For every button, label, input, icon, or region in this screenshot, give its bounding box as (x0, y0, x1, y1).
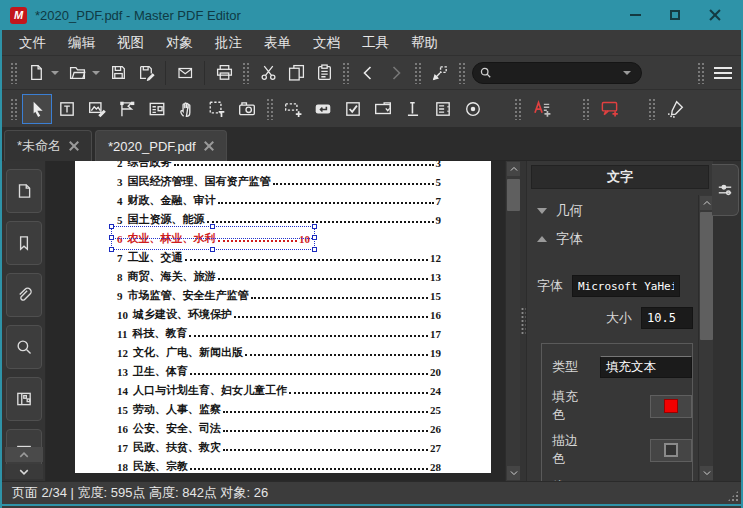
maximize-button[interactable] (655, 1, 695, 29)
open-document-dropdown[interactable] (92, 71, 100, 75)
tab-close-icon[interactable] (69, 141, 79, 151)
selection-handle[interactable] (109, 247, 114, 252)
checkbox-field-button[interactable] (338, 94, 368, 124)
toc-row[interactable]: 5 国土资源、能源 9 (117, 210, 441, 229)
select-tool-button[interactable] (22, 94, 52, 124)
minimize-button[interactable] (615, 1, 655, 29)
text-cursor-tool-button[interactable] (398, 94, 428, 124)
bookmarks-panel-button[interactable] (6, 221, 42, 265)
search-box[interactable] (472, 62, 642, 84)
toolbar-grip[interactable] (697, 62, 705, 84)
search-input[interactable] (492, 66, 622, 80)
listbox-field-button[interactable] (428, 94, 458, 124)
hand-tool-button[interactable] (172, 94, 202, 124)
menu-item[interactable]: 文件 (8, 31, 57, 55)
toolbar-grip[interactable] (10, 98, 18, 120)
fill-type-select[interactable]: 填充文本 (600, 356, 692, 378)
document-viewport[interactable]: 2 综合政务 3 (46, 161, 505, 481)
new-document-dropdown[interactable] (51, 71, 59, 75)
selection-handle[interactable] (312, 235, 317, 240)
cut-button[interactable] (254, 60, 282, 86)
edit-path-tool-button[interactable] (112, 94, 142, 124)
toolbar-grip[interactable] (458, 62, 466, 84)
toc-row[interactable]: 13 卫生、体育 20 (117, 362, 441, 381)
toc-row[interactable]: 9 市场监管、安全生产监管 15 (117, 286, 441, 305)
search-panel-button[interactable] (6, 325, 42, 369)
toc-row[interactable]: 18 民族、宗教 28 (117, 457, 441, 473)
paste-button[interactable] (310, 60, 338, 86)
tab-close-icon[interactable] (204, 141, 214, 151)
toc-row[interactable]: 11 科技、教育 17 (117, 324, 441, 343)
toc-row[interactable]: 3 国民经济管理、国有资产监管 5 (117, 172, 441, 191)
toc-row[interactable]: 15 劳动、人事、监察 25 (117, 400, 441, 419)
toc-row[interactable]: 4 财政、金融、审计 7 (117, 191, 441, 210)
thumbnails-panel-button[interactable] (6, 169, 42, 213)
email-button[interactable] (171, 60, 199, 86)
selection-handle[interactable] (109, 235, 114, 240)
toc-row[interactable]: 10 城乡建设、环境保护 16 (117, 305, 441, 324)
search-dropdown[interactable] (623, 71, 631, 75)
toc-row[interactable]: 12 文化、广电、新闻出版 19 (117, 343, 441, 362)
toc-row[interactable]: 8 商贸、海关、旅游 13 (117, 267, 441, 286)
form-fields-panel-button[interactable] (6, 377, 42, 421)
toc-row[interactable]: 17 民政、扶贫、救灾 27 (117, 438, 441, 457)
toc-row[interactable]: 16 公安、安全、司法 26 (117, 419, 441, 438)
tab-untitled[interactable]: *未命名 (4, 130, 92, 161)
eraser-tool-button[interactable] (660, 94, 690, 124)
print-button[interactable] (210, 60, 238, 86)
copy-button[interactable] (282, 60, 310, 86)
scroll-down-button[interactable] (700, 466, 713, 480)
edit-image-tool-button[interactable] (82, 94, 112, 124)
toolbar-grip[interactable] (648, 98, 656, 120)
navigate-forward-button[interactable] (382, 60, 410, 86)
edit-text-tool-button[interactable] (52, 94, 82, 124)
toolbar-grip[interactable] (414, 62, 422, 84)
menu-item[interactable]: 视图 (106, 31, 155, 55)
sidebar-scroll-down-button[interactable] (5, 464, 43, 479)
toc-row[interactable]: 6 农业、林业、水利 10 (117, 229, 310, 248)
toolbar-grip[interactable] (514, 98, 522, 120)
toolbar-grip[interactable] (342, 62, 350, 84)
combobox-field-button[interactable] (368, 94, 398, 124)
section-geometry[interactable]: 几何 (537, 197, 693, 225)
menu-item[interactable]: 对象 (155, 31, 204, 55)
selection-handle[interactable] (109, 224, 114, 229)
toolbar-grip[interactable] (242, 62, 250, 84)
scroll-down-button[interactable] (507, 466, 520, 480)
toc-row[interactable]: 2 综合政务 3 (117, 161, 441, 172)
toolbar-grip[interactable] (266, 98, 274, 120)
menu-item[interactable]: 文档 (302, 31, 351, 55)
open-document-button[interactable] (63, 60, 91, 86)
font-family-input[interactable] (572, 275, 680, 297)
snapshot-tool-button[interactable] (232, 94, 262, 124)
scroll-up-button[interactable] (507, 162, 520, 176)
radio-field-button[interactable] (458, 94, 488, 124)
panel-scrollbar[interactable] (698, 195, 713, 481)
sidebar-scroll-up-button[interactable] (5, 447, 43, 462)
scrollbar-thumb[interactable] (700, 212, 713, 340)
menu-item[interactable]: 工具 (351, 31, 400, 55)
toc-row[interactable]: 14 人口与计划生育、妇女儿童工作 24 (117, 381, 441, 400)
toc-row[interactable]: 7 工业、交通 12 (117, 248, 441, 267)
toolbar-grip[interactable] (10, 62, 18, 84)
callout-annotation-button[interactable] (594, 94, 624, 124)
save-button[interactable] (104, 60, 132, 86)
close-button[interactable] (695, 1, 735, 29)
toolbar-grip[interactable] (582, 98, 590, 120)
insert-return-field-button[interactable] (308, 94, 338, 124)
fit-selection-button[interactable] (426, 60, 454, 86)
resize-grip-icon[interactable] (727, 490, 739, 502)
properties-tab[interactable] (712, 164, 739, 216)
menu-item[interactable]: 表单 (253, 31, 302, 55)
stroke-color-button[interactable] (650, 439, 692, 462)
fill-color-button[interactable] (650, 395, 692, 418)
add-form-field-button[interactable] (278, 94, 308, 124)
main-menu-button[interactable] (709, 60, 737, 86)
navigate-back-button[interactable] (354, 60, 382, 86)
section-font[interactable]: 字体 (537, 225, 693, 253)
scrollbar-thumb[interactable] (507, 179, 520, 211)
document-scrollbar[interactable] (505, 161, 520, 481)
tab-2020-pdf[interactable]: *2020_PDF.pdf (95, 130, 226, 161)
menu-item[interactable]: 编辑 (57, 31, 106, 55)
add-text-annotation-button[interactable] (526, 94, 556, 124)
